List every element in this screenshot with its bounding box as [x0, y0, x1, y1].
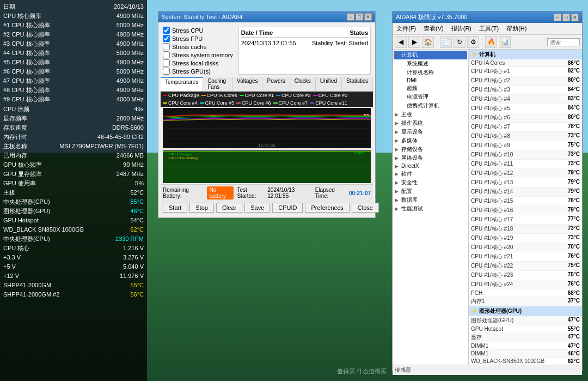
stress-option[interactable]: Stress local disks [163, 59, 233, 66]
detail-name: CPU #1/核心 #16 [471, 207, 513, 214]
tree-item[interactable]: ▶主板 [394, 110, 467, 119]
legend-color [276, 95, 280, 96]
stability-window-controls[interactable]: − □ ✕ [347, 13, 372, 21]
tree-expand-icon[interactable]: ▶ [395, 120, 400, 126]
tree-expand-icon[interactable]: ▶ [395, 155, 400, 161]
tree-expand-icon[interactable]: ▶ [395, 129, 400, 135]
cpuid-button[interactable]: CPUID [272, 203, 303, 213]
stress-checkbox[interactable] [163, 43, 170, 50]
tree-item[interactable]: ▶存储设备 [394, 145, 467, 154]
legend-label: CPU Core #6 [242, 100, 271, 106]
legend-item: CPU Core #5 [200, 100, 235, 106]
minimize-button[interactable]: − [347, 13, 354, 21]
chart-tab[interactable]: Powers [262, 77, 290, 91]
toolbar-sensor-btn[interactable]: 📊 [499, 36, 511, 48]
stress-checkbox[interactable] [163, 27, 170, 34]
menu-item[interactable]: 文件(F) [395, 24, 418, 33]
tree-expand-icon[interactable]: ▼ [395, 52, 400, 58]
toolbar-back-btn[interactable]: ◀ [395, 36, 407, 48]
row-value: 4900 MHz [117, 30, 144, 39]
row-value: 62°C [130, 225, 144, 234]
tree-item[interactable]: ▶显示设备 [394, 128, 467, 136]
stress-option[interactable]: Stress CPU [163, 27, 233, 34]
tree-item[interactable]: 计算机名称 [394, 68, 467, 77]
chart-tab[interactable]: Voltages [232, 77, 262, 91]
chart-tab[interactable]: Unified [316, 77, 342, 91]
aida-window-controls[interactable]: − □ ✕ [554, 14, 579, 21]
tree-item[interactable]: ▶性能测试 [394, 204, 467, 213]
stop-button[interactable]: Stop [189, 203, 214, 213]
tree-expand-icon[interactable]: ▶ [395, 147, 400, 152]
aida-maximize-button[interactable]: □ [562, 14, 570, 21]
menu-item[interactable]: 报告(R) [450, 24, 473, 33]
tree-expand-icon[interactable]: ▶ [395, 164, 400, 169]
stress-checkbox[interactable] [163, 51, 170, 58]
aida64-toolbar[interactable]: ◀ ▶ 🏠 📄 ↻ ⚙ 🔥 📊 [393, 35, 582, 50]
detail-value: 84°C [568, 86, 580, 94]
tree-expand-icon[interactable]: ▶ [395, 180, 400, 185]
tree-item[interactable]: 电源管理 [394, 93, 467, 101]
aida-detail-row: CPU #1/核心 #1973°C [469, 234, 582, 243]
tree-expand-icon[interactable]: ▶ [395, 197, 400, 203]
tree-expand-icon[interactable]: ▶ [395, 171, 400, 177]
chart-tab[interactable]: Temperatures [161, 77, 203, 91]
tree-item[interactable]: DMI [394, 77, 467, 84]
toolbar-forward-btn[interactable]: ▶ [408, 36, 420, 48]
maximize-button[interactable]: □ [356, 13, 363, 21]
stress-option[interactable]: Stress system memory [163, 51, 233, 58]
chart-tab[interactable]: Cooling Fans [203, 77, 232, 91]
tree-item[interactable]: ▶多媒体 [394, 136, 467, 145]
stress-checkbox[interactable] [163, 59, 170, 66]
preferences-button[interactable]: Preferences [305, 203, 349, 213]
stress-checkbox[interactable] [163, 35, 170, 42]
tree-item[interactable]: ▶DirectX [394, 162, 467, 170]
toolbar-home-btn[interactable]: 🏠 [422, 36, 434, 48]
detail-name: DIMM1 [471, 350, 488, 356]
tree-expand-icon[interactable]: ▶ [395, 112, 400, 117]
tree-item[interactable]: 便携式计算机 [394, 101, 467, 110]
close-button[interactable]: Close [352, 203, 379, 213]
menu-item[interactable]: 帮助(H) [505, 24, 528, 33]
tree-item[interactable]: ▶软件 [394, 170, 467, 178]
legend-label: CPU Core #1 [245, 93, 274, 98]
tree-item[interactable]: ▶配置 [394, 187, 467, 196]
save-button[interactable]: Save [244, 203, 270, 213]
aida-minimize-button[interactable]: − [554, 14, 561, 21]
toolbar-report-btn[interactable]: 📄 [440, 36, 452, 48]
stress-option[interactable]: Stress FPU [163, 35, 233, 42]
tree-item[interactable]: ▶操作系统 [394, 119, 467, 128]
tree-item[interactable]: ▼计算机 [394, 51, 467, 59]
chart-tab[interactable]: Clocks [290, 77, 316, 91]
stress-option[interactable]: Stress cache [163, 43, 233, 50]
chart-tab[interactable]: Statistics [342, 77, 373, 91]
aida64-tree[interactable]: ▼计算机系统概述计算机名称DMI超频电源管理便携式计算机▶主板▶操作系统▶显示设… [393, 50, 469, 365]
legend-color [273, 102, 278, 104]
aida-close-button[interactable]: ✕ [571, 14, 579, 21]
tree-item[interactable]: ▶网络设备 [394, 154, 467, 162]
tree-item[interactable]: ▶数据库 [394, 196, 467, 204]
tree-expand-icon[interactable]: ▶ [395, 206, 400, 211]
toolbar-refresh-btn[interactable]: ↻ [454, 36, 465, 48]
close-button[interactable]: ✕ [364, 13, 372, 21]
stress-option[interactable]: Stress GPU(s) [163, 68, 233, 75]
tree-item[interactable]: ▶安全性 [394, 178, 467, 187]
tree-item[interactable]: 系统概述 [394, 59, 467, 68]
detail-value: 79°C [568, 207, 580, 214]
tree-expand-icon[interactable]: ▶ [395, 189, 400, 194]
stress-checkbox[interactable] [163, 68, 170, 75]
clear-button[interactable]: Clear [216, 203, 242, 213]
chart-tabs[interactable]: TemperaturesCooling FansVoltagesPowersCl… [161, 77, 373, 92]
status-header: Status [350, 29, 368, 36]
aida64-menubar[interactable]: 文件(F)查看(V)报告(R)工具(T)帮助(H) [393, 23, 582, 35]
action-buttons[interactable]: StartStopClearSaveCPUIDPreferencesClose [161, 201, 373, 214]
start-button[interactable]: Start [163, 203, 187, 213]
tree-item[interactable]: 超频 [394, 84, 467, 93]
menu-item[interactable]: 查看(V) [422, 24, 445, 33]
search-input[interactable] [547, 38, 580, 46]
watermark: 值得买 什么值得买 [337, 367, 387, 376]
menu-item[interactable]: 工具(T) [477, 24, 500, 33]
toolbar-settings-btn[interactable]: ⚙ [467, 36, 479, 48]
toolbar-cpu-btn[interactable]: 🔥 [485, 36, 497, 48]
tree-expand-icon[interactable]: ▶ [395, 138, 400, 143]
left-panel-row: +3.3 V3.276 V [3, 253, 144, 262]
